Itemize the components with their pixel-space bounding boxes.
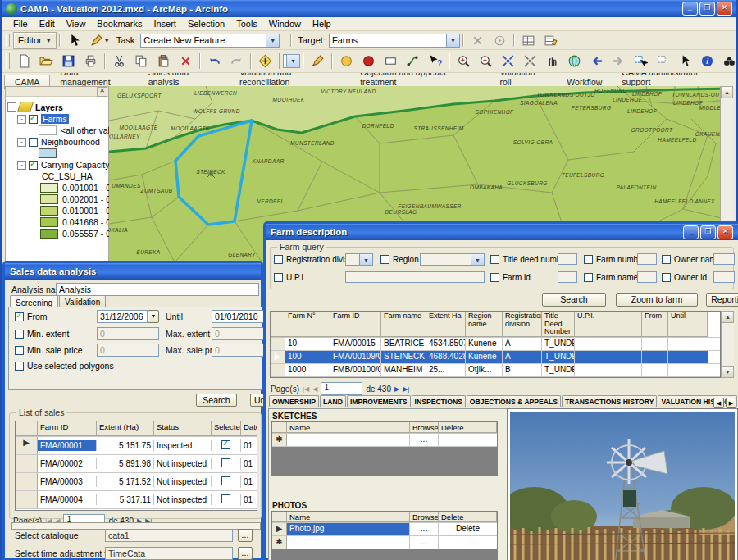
- select-features-icon[interactable]: [630, 52, 652, 71]
- sketch-properties-icon[interactable]: [540, 31, 562, 49]
- header-selected[interactable]: Selected: [212, 421, 241, 436]
- farm-row-0[interactable]: 10FMA/00015BEATRICE4534.8507KuneneAT_UND…: [271, 338, 720, 351]
- farm-table-scrollbar[interactable]: ▲ ▼: [721, 311, 734, 378]
- photos-table[interactable]: NameBrowseDelete▶Photo.jpg...Delete✱...: [271, 511, 498, 560]
- menu-bookmarks[interactable]: Bookmarks: [91, 18, 148, 30]
- sketch-tool-icon[interactable]: [307, 52, 329, 71]
- sales-row-3[interactable]: FMA/000045 317.11Not inspected01: [16, 491, 257, 509]
- min-extent-field[interactable]: 0: [97, 327, 159, 340]
- farm-next-page-icon[interactable]: ▶: [394, 385, 399, 393]
- menu-edit[interactable]: Edit: [34, 18, 61, 30]
- save-icon[interactable]: [57, 52, 80, 71]
- sale-selected-checkbox[interactable]: [221, 440, 230, 449]
- from-date-field[interactable]: 31/12/2006: [97, 310, 148, 323]
- cut-icon[interactable]: [108, 52, 130, 71]
- scale-combo-dropdown-icon[interactable]: ▼: [286, 55, 299, 67]
- farm-scroll-up-icon[interactable]: ▲: [722, 311, 734, 323]
- sketch-tool-dropdown[interactable]: ▼: [85, 31, 113, 49]
- menu-help[interactable]: Help: [307, 18, 337, 30]
- cell-selected[interactable]: [212, 439, 241, 452]
- paste-icon[interactable]: [153, 52, 175, 71]
- farm-maximize-button[interactable]: ❐: [700, 225, 716, 239]
- menu-file[interactable]: File: [7, 18, 34, 30]
- cell-name-empty[interactable]: [287, 536, 410, 549]
- sketches-table[interactable]: NameBrowseDelete✱...: [271, 421, 498, 476]
- toc-layer-farms[interactable]: - Farms: [17, 114, 107, 124]
- sale-selected-checkbox[interactable]: [221, 494, 230, 503]
- farm-minimize-button[interactable]: _: [683, 225, 699, 239]
- toc-layer-carrying-capacity[interactable]: - Carrying Capacity zon: [17, 160, 107, 170]
- sale-selected-checkbox[interactable]: [221, 458, 230, 467]
- min-sale-checkbox[interactable]: [15, 346, 24, 355]
- browse-button[interactable]: ...: [410, 523, 439, 535]
- farm-name-checkbox[interactable]: [584, 273, 593, 282]
- u.p.i-checkbox[interactable]: [274, 273, 283, 282]
- farm-tab-objections-appeals[interactable]: OBJECTIONS & APPEALS: [467, 395, 561, 407]
- minimize-button[interactable]: _: [682, 2, 698, 16]
- clear-selection-icon[interactable]: [652, 52, 674, 71]
- redo-icon[interactable]: [226, 52, 248, 71]
- undo-icon[interactable]: [203, 52, 226, 71]
- menu-window[interactable]: Window: [263, 18, 307, 30]
- scale-combo[interactable]: ▼: [283, 54, 300, 68]
- menu-tools[interactable]: Tools: [230, 18, 263, 30]
- browse-button[interactable]: ...: [410, 434, 439, 446]
- carrying-capacity-checkbox[interactable]: [29, 161, 38, 170]
- cell-farm-id[interactable]: FMA/00003: [38, 476, 97, 487]
- attributes-table-icon[interactable]: [517, 31, 540, 49]
- whatsthis-icon[interactable]: ?: [424, 52, 446, 71]
- min-extent-checkbox[interactable]: [15, 330, 24, 339]
- tabs-scroll-left-icon[interactable]: ◀: [713, 398, 724, 408]
- split-tool-icon[interactable]: [402, 52, 424, 71]
- union-tool-icon[interactable]: [335, 52, 358, 71]
- header-extent-ha-[interactable]: Extent (Ha): [97, 421, 154, 436]
- farm-id-field[interactable]: [558, 271, 577, 283]
- sales-row-2[interactable]: FMA/000035 171.52Not inspected01: [16, 473, 257, 491]
- cell-name[interactable]: Photo.jpg: [287, 523, 410, 535]
- menu-insert[interactable]: Insert: [148, 18, 182, 30]
- construct-cross-icon[interactable]: [467, 31, 489, 49]
- task-combo[interactable]: Create New Feature▼: [140, 34, 280, 48]
- farm-tab-land[interactable]: LAND: [320, 395, 346, 407]
- delete-icon[interactable]: [175, 52, 197, 71]
- owner-name-field[interactable]: [713, 253, 735, 265]
- sales-table[interactable]: Farm IDExtent (Ha)StatusSelectedDate▶FMA…: [15, 421, 257, 511]
- cell-farm-id[interactable]: FMA/00004: [38, 494, 97, 505]
- header-farm-name[interactable]: Farm name: [381, 312, 426, 337]
- farm-tab-ownership[interactable]: OWNERSHIP: [269, 395, 319, 407]
- farm-close-button[interactable]: ✕: [718, 225, 733, 239]
- row-selector[interactable]: [16, 491, 38, 508]
- open-folder-icon[interactable]: [35, 52, 57, 71]
- target-combo[interactable]: Farms▼: [329, 34, 460, 48]
- sales-row-1[interactable]: FMA/000025 891.98Not inspected01: [16, 455, 257, 473]
- edit-tool-button[interactable]: [63, 31, 85, 49]
- select-elements-icon[interactable]: [674, 52, 696, 71]
- add-data-icon[interactable]: [254, 52, 276, 71]
- header-u-p-i-[interactable]: U.P.I.: [575, 312, 642, 337]
- full-extent-icon[interactable]: [563, 52, 585, 71]
- region-dropdown-icon[interactable]: ▼: [471, 254, 484, 265]
- header-status[interactable]: Status: [154, 421, 212, 436]
- zoom-to-farm-button[interactable]: Zoom to farm: [616, 293, 698, 307]
- header-extent-ha[interactable]: Extent Ha: [426, 312, 466, 337]
- copy-icon[interactable]: [130, 52, 153, 71]
- new-document-icon[interactable]: [13, 52, 35, 71]
- cell-delete-empty[interactable]: [439, 434, 497, 446]
- cell-farm-id[interactable]: FMA/00002: [38, 458, 97, 469]
- farm-table[interactable]: Farm N°Farm IDFarm nameExtent HaRegion n…: [270, 311, 721, 378]
- reporting-button[interactable]: Reporting: [706, 293, 738, 307]
- header-until[interactable]: Until: [668, 312, 708, 337]
- rectangle-tool-icon[interactable]: [380, 52, 402, 71]
- cell-selected[interactable]: [212, 476, 241, 488]
- header-date[interactable]: Date: [241, 421, 257, 436]
- delete-button[interactable]: Delete: [439, 523, 497, 535]
- farm-prev-page-icon[interactable]: ◀: [312, 385, 317, 393]
- farm-search-button[interactable]: Search: [542, 293, 606, 307]
- editor-menu-button[interactable]: Editor▼: [13, 32, 57, 49]
- title-bar[interactable]: CAMA - Valuation 2012.mxd - ArcMap - Arc…: [2, 0, 736, 17]
- farms-checkbox[interactable]: [29, 115, 38, 124]
- sketchgrid-new-row[interactable]: ✱...: [272, 434, 497, 447]
- farm-number-checkbox[interactable]: [584, 255, 593, 264]
- registration-division-dropdown-icon[interactable]: ▼: [359, 254, 372, 265]
- row-selector[interactable]: [271, 364, 285, 376]
